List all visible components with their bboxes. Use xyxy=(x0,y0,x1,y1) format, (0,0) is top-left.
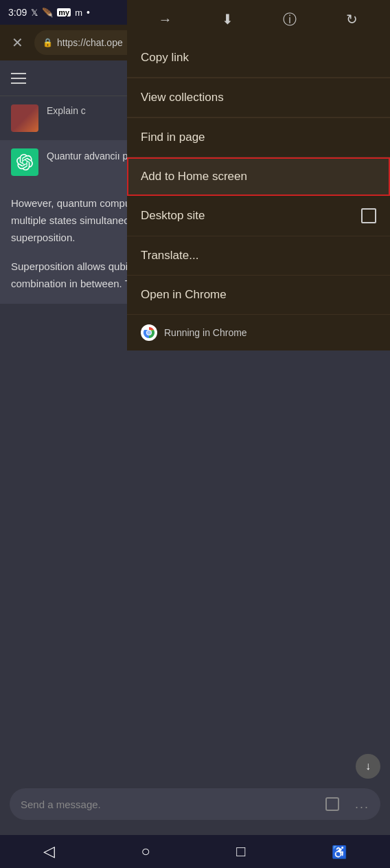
find-in-page-item[interactable]: Find in page xyxy=(127,118,390,157)
menu-toolbar: → ⬇ ⓘ ↻ xyxy=(127,0,390,38)
download-button[interactable]: ⬇ xyxy=(214,11,241,27)
add-to-home-screen-item[interactable]: Add to Home screen xyxy=(127,157,390,196)
download-icon: ⬇ xyxy=(222,12,233,27)
copy-link-item[interactable]: Copy link xyxy=(127,38,390,78)
open-in-chrome-item[interactable]: Open in Chrome xyxy=(127,276,390,314)
translate-label: Translate... xyxy=(141,249,198,263)
forward-icon: → xyxy=(158,12,172,27)
chrome-logo-icon xyxy=(141,324,157,341)
info-button[interactable]: ⓘ xyxy=(276,10,303,29)
chrome-running-label: Running in Chrome xyxy=(164,327,247,338)
open-in-chrome-label: Open in Chrome xyxy=(141,288,227,302)
find-in-page-label: Find in page xyxy=(141,131,205,144)
info-icon: ⓘ xyxy=(283,12,297,27)
desktop-site-item[interactable]: Desktop site xyxy=(127,196,390,236)
refresh-button[interactable]: ↻ xyxy=(339,11,366,27)
svg-point-2 xyxy=(147,331,151,335)
copy-link-label: Copy link xyxy=(141,51,189,65)
forward-button[interactable]: → xyxy=(151,12,179,27)
view-collections-item[interactable]: View collections xyxy=(127,78,390,118)
desktop-site-checkbox[interactable] xyxy=(361,208,376,223)
view-collections-label: View collections xyxy=(141,91,224,104)
dropdown-overlay: → ⬇ ⓘ ↻ Copy link View collections Find … xyxy=(0,0,390,868)
context-menu: Copy link View collections Find in page … xyxy=(127,38,390,350)
add-to-home-screen-label: Add to Home screen xyxy=(141,170,247,183)
desktop-site-label: Desktop site xyxy=(141,209,205,223)
refresh-icon: ↻ xyxy=(346,12,358,27)
chrome-running-indicator: Running in Chrome xyxy=(127,314,390,350)
translate-item[interactable]: Translate... xyxy=(127,236,390,276)
